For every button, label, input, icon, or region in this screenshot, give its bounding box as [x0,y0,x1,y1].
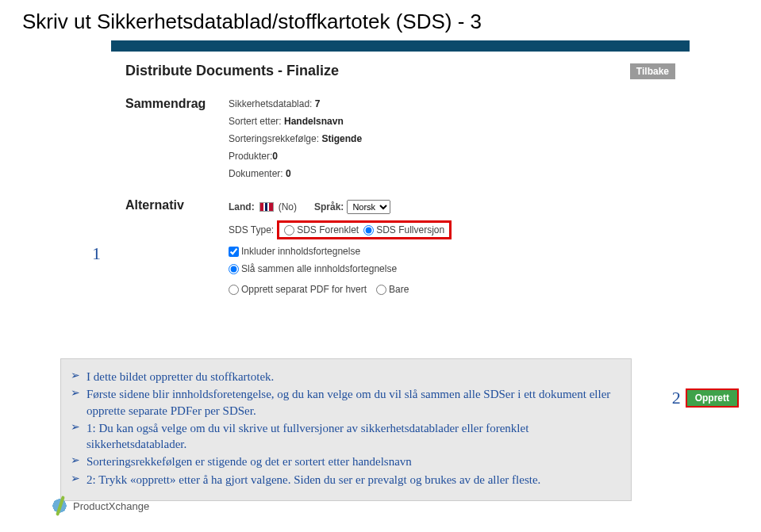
summary-sds: Sikkerhetsdatablad: 7 [229,95,675,113]
summary-documents: Dokumenter: 0 [229,165,675,182]
summary-label: Sammendrag [125,95,229,182]
sds-forenklet-radio[interactable] [284,225,294,235]
summary-sorted-value: Handelsnavn [284,116,344,127]
alternative-label: Alternativ [125,197,229,298]
summary-order: Sorteringsrekkefølge: Stigende [229,130,675,147]
note-item: 2: Trykk «opprett» etter å ha gjort valg… [71,472,621,488]
notes-box: I dette bildet oppretter du stoffkartote… [60,358,632,501]
callout-marker-2: 2 Opprett [672,388,739,408]
summary-sds-label: Sikkerhetsdatablad: [229,98,315,109]
sds-fullversjon-option[interactable]: SDS Fullversjon [363,224,444,235]
summary-products-label: Produkter: [229,151,272,162]
sds-type-highlight: SDS Forenklet SDS Fullversjon [277,220,452,239]
summary-sorted: Sortert etter: Handelsnavn [229,113,675,130]
app-window: Distribute Documents - Finalize Tilbake … [111,40,690,309]
pdf-options-row: Slå sammen alle innholdsfortegnelse Oppr… [229,260,514,298]
sds-fullversjon-radio[interactable] [363,225,374,235]
land-label: Land: [229,201,255,212]
language-select[interactable]: Norsk [347,200,390,214]
sds-fullversjon-label: SDS Fullversjon [376,224,444,235]
summary-documents-value: 0 [286,168,291,179]
callout-number-2: 2 [672,388,681,408]
pdf-bare-label: Bare [389,284,409,295]
summary-products-value: 0 [272,151,278,162]
page-title: Skriv ut Sikkerhetsdatablad/stoffkartote… [0,0,761,40]
summary-sorted-label: Sortert etter: [229,116,284,127]
land-value: (No) [279,201,297,212]
logo-icon [51,497,68,515]
land-row: Land: (No) Språk: Norsk [229,197,675,217]
sds-type-row: SDS Type: SDS Forenklet SDS Fullversjon [229,217,675,243]
pdf-merge-label: Slå sammen alle innholdsfortegnelse [241,263,397,274]
sds-type-label: SDS Type: [229,224,274,235]
summary-products: Produkter:0 [229,147,675,165]
note-item: Første sidene blir innholdsforetengelse,… [71,386,621,419]
pdf-separate-option[interactable]: Opprett separat PDF for hvert [229,284,367,295]
sds-forenklet-label: SDS Forenklet [297,224,359,235]
app-header: Distribute Documents - Finalize Tilbake [111,52,690,79]
back-button[interactable]: Tilbake [630,63,675,79]
include-toc-checkbox[interactable] [229,247,239,257]
pdf-separate-radio[interactable] [229,285,239,295]
summary-order-label: Sorteringsrekkefølge: [229,133,321,144]
note-item: Sorteringsrekkefølgen er stigende og det… [71,454,621,469]
callout-marker-1: 1 [92,243,101,264]
pdf-separate-label: Opprett separat PDF for hvert [241,284,367,295]
alternative-section: Alternativ Land: (No) Språk: Norsk SDS T… [125,197,675,298]
include-toc-row: Inkluder innholdsfortegnelse [229,243,675,260]
summary-documents-label: Dokumenter: [229,168,286,179]
sprak-label: Språk: [314,201,344,212]
pdf-bare-radio[interactable] [376,285,386,295]
logo-text: ProductXchange [73,500,149,512]
pdf-merge-option[interactable]: Slå sammen alle innholdsfortegnelse [229,263,397,274]
note-item: I dette bildet oppretter du stoffkartote… [71,369,621,385]
pdf-merge-radio[interactable] [229,264,239,274]
include-toc-option[interactable]: Inkluder innholdsfortegnelse [229,246,360,257]
summary-order-value: Stigende [321,133,362,144]
summary-sds-value: 7 [315,98,321,109]
sds-forenklet-option[interactable]: SDS Forenklet [284,224,359,235]
include-toc-label: Inkluder innholdsfortegnelse [241,246,360,257]
summary-section: Sammendrag Sikkerhetsdatablad: 7 Sortert… [125,95,675,182]
pdf-bare-option[interactable]: Bare [376,284,409,295]
app-heading: Distribute Documents - Finalize [125,63,339,79]
note-item: 1: Du kan også velge om du vil skrive ut… [71,420,621,453]
flag-icon [259,202,274,212]
opprett-button[interactable]: Opprett [686,388,739,408]
productxchange-logo: ProductXchange [51,497,149,515]
